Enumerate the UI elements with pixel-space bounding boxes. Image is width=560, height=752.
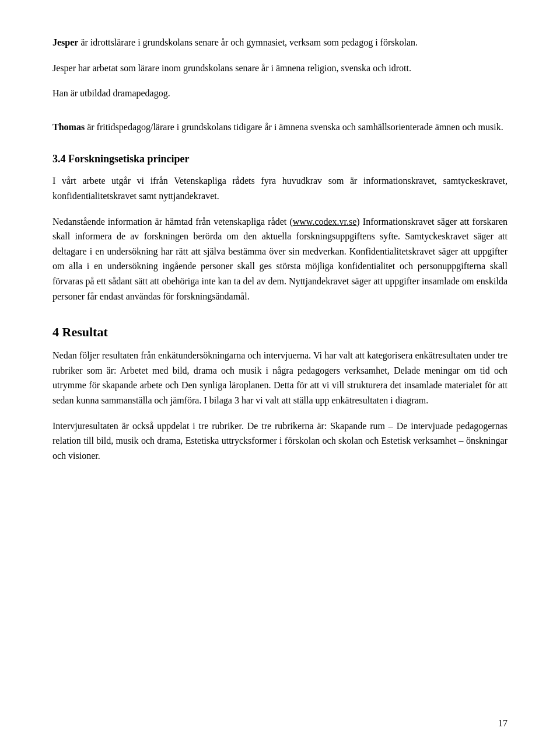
- subsection-heading-3-4: 3.4 Forskningsetiska principer: [52, 153, 508, 165]
- thomas-text: är fritidspedagog/lärare i grundskolans …: [85, 122, 503, 132]
- nedanstaende-text: Nedanstående information är hämtad från …: [52, 217, 293, 227]
- jesper-text-1: är idrottslärare i grundskolans senare å…: [78, 37, 418, 47]
- page-number: 17: [498, 718, 508, 729]
- section-4-heading: 4 Resultat: [52, 325, 508, 340]
- jesper-paragraph-3: Han är utbildad dramapedagog.: [52, 86, 508, 101]
- nedanstaende-paragraph: Nedanstående information är hämtad från …: [52, 214, 508, 304]
- jesper-paragraph-1: Jesper är idrottslärare i grundskolans s…: [52, 35, 508, 50]
- jesper-paragraph-2: Jesper har arbetat som lärare inom grund…: [52, 61, 508, 76]
- section-4-paragraph-1: Nedan följer resultaten från enkätunders…: [52, 348, 508, 408]
- subsection-intro: I vårt arbete utgår vi ifrån Vetenskapli…: [52, 173, 508, 203]
- jesper-text-3: Han är utbildad dramapedagog.: [52, 88, 170, 98]
- thomas-name: Thomas: [52, 122, 85, 132]
- codex-link[interactable]: www.codex.vr.se: [293, 217, 357, 227]
- after-link-text: ): [356, 217, 359, 227]
- jesper-text-2: Jesper har arbetat som lärare inom grund…: [52, 63, 411, 73]
- section-4-paragraph-2: Intervjuresultaten är också uppdelat i t…: [52, 419, 508, 464]
- subsection-intro-text: I vårt arbete utgår vi ifrån Vetenskapli…: [52, 176, 508, 201]
- thomas-paragraph: Thomas är fritidspedagog/lärare i grunds…: [52, 120, 508, 135]
- informationskravet-text: Informationskravet säger att forskaren s…: [52, 217, 508, 301]
- jesper-name: Jesper: [52, 37, 78, 47]
- page: Jesper är idrottslärare i grundskolans s…: [0, 0, 560, 752]
